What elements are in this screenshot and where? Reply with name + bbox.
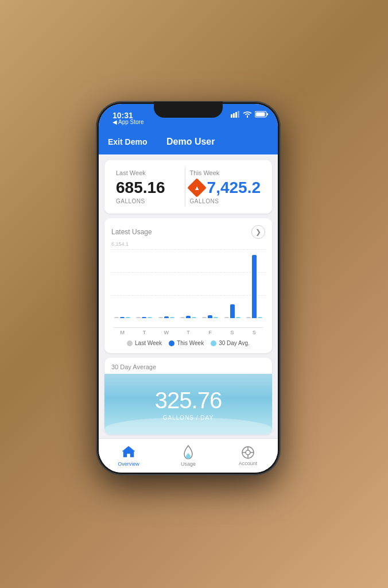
- legend-dot-avg: [211, 341, 216, 346]
- avg-card-label: 30 Day Average: [104, 358, 272, 374]
- this-week-value: 7,425.2: [207, 179, 261, 197]
- bar-last-w: [158, 317, 163, 318]
- x-label-t1: T: [135, 330, 153, 335]
- home-icon: [121, 445, 136, 458]
- status-back-nav[interactable]: ◀ App Store: [112, 119, 143, 125]
- svg-rect-2: [235, 112, 237, 118]
- back-arrow-icon: ◀: [112, 119, 117, 125]
- x-label-w: W: [158, 330, 175, 335]
- bar-avg-f: [214, 317, 218, 318]
- tab-account[interactable]: Account: [218, 446, 278, 466]
- last-week-panel: Last Week 685.16 GALLONS: [111, 167, 185, 207]
- chart-bars: [111, 249, 265, 318]
- x-label-s2: S: [246, 330, 263, 335]
- tab-usage[interactable]: Usage: [158, 445, 218, 467]
- bar-group-m: [114, 249, 131, 318]
- legend-this-week: This Week: [169, 340, 204, 346]
- avg-display: 325.76 GALLONS / DAY: [104, 374, 272, 435]
- x-label-m: M: [114, 330, 131, 335]
- bar-last-t2: [180, 317, 185, 318]
- nav-bar: Exit Demo Demo User: [99, 129, 278, 154]
- bar-group-s2: [246, 249, 263, 318]
- tab-bar: 1 Overview Usage: [99, 438, 278, 473]
- signal-icon: [231, 111, 240, 118]
- svg-rect-5: [267, 113, 268, 115]
- x-label-t2: T: [180, 330, 197, 335]
- bar-this-w: [164, 316, 169, 318]
- bar-group-f: [201, 249, 219, 318]
- thirty-day-avg-card: 30 Day Average 325.76 GALLONS / DAY: [104, 358, 272, 435]
- last-week-value: 685.16: [116, 179, 165, 197]
- last-week-unit: GALLONS: [116, 198, 180, 204]
- bar-avg-w: [170, 317, 174, 318]
- avg-value: 325.76: [111, 388, 265, 413]
- exit-demo-button[interactable]: Exit Demo: [108, 137, 147, 146]
- tab-account-label: Account: [239, 461, 258, 466]
- bar-group-t2: [180, 249, 197, 318]
- account-icon: [241, 446, 255, 459]
- avg-unit: GALLONS / DAY: [111, 415, 265, 421]
- legend-avg-label: 30 Day Avg.: [219, 340, 250, 346]
- bar-last-s1: [224, 317, 229, 318]
- chart-area: [111, 249, 265, 324]
- this-week-unit: GALLONS: [190, 198, 261, 204]
- bar-last-t1: [136, 317, 141, 318]
- tab-usage-label: Usage: [181, 461, 196, 467]
- bar-avg-s1: [236, 317, 240, 318]
- legend-avg: 30 Day Avg.: [211, 340, 250, 346]
- bar-avg-t2: [192, 317, 196, 318]
- bar-avg-t1: [148, 317, 152, 318]
- bar-this-s2: [252, 255, 257, 318]
- chart-y-label: 6,154.1: [111, 241, 265, 247]
- svg-rect-0: [231, 114, 232, 118]
- bar-this-m: [120, 317, 125, 318]
- usage-chart-card: Latest Usage ❯ 6,154.1: [104, 218, 272, 353]
- status-icons: [231, 111, 269, 118]
- legend-dot-last: [127, 341, 133, 346]
- bar-avg-s2: [258, 317, 262, 318]
- back-label: App Store: [118, 119, 143, 125]
- main-content: Last Week 685.16 GALLONS This Week ▲: [99, 154, 278, 438]
- svg-rect-6: [256, 113, 265, 117]
- wifi-icon: [243, 111, 252, 118]
- svg-rect-1: [233, 113, 235, 118]
- svg-rect-3: [238, 111, 239, 118]
- bar-last-s2: [246, 317, 251, 318]
- bar-last-f: [202, 317, 207, 318]
- bar-this-t2: [186, 316, 191, 318]
- last-week-label: Last Week: [116, 169, 180, 176]
- tab-overview-label: Overview: [118, 461, 139, 467]
- bar-group-s1: [223, 249, 240, 318]
- tab-overview[interactable]: 1 Overview: [99, 445, 158, 467]
- nav-title: Demo User: [166, 137, 215, 147]
- notch: [154, 102, 223, 118]
- bar-this-f: [208, 315, 212, 318]
- bar-this-t1: [142, 317, 146, 318]
- this-week-panel: This Week ▲ 7,425.2 GALLONS: [185, 167, 265, 207]
- legend-last-week: Last Week: [127, 340, 162, 346]
- legend-dot-this: [169, 341, 174, 346]
- chart-nav-icon: ❯: [255, 228, 261, 236]
- x-label-f: F: [201, 330, 219, 335]
- legend-last-label: Last Week: [135, 340, 162, 346]
- chart-nav-button[interactable]: ❯: [251, 225, 265, 239]
- battery-icon: [255, 111, 269, 118]
- bar-this-s1: [230, 304, 235, 318]
- alert-icon: ▲: [187, 178, 207, 198]
- bar-avg-m: [126, 317, 130, 318]
- usage-comparison-card: Last Week 685.16 GALLONS This Week ▲: [104, 160, 272, 214]
- bar-last-m: [114, 317, 119, 318]
- bar-group-t1: [135, 249, 153, 318]
- legend-this-label: This Week: [177, 340, 204, 346]
- chart-x-labels: M T W T F S S: [111, 328, 265, 335]
- this-week-label: This Week: [190, 169, 261, 176]
- chart-legend: Last Week This Week 30 Day Avg.: [111, 340, 265, 346]
- last-week-value-row: 685.16: [116, 179, 180, 197]
- chart-header: Latest Usage ❯: [111, 225, 265, 239]
- this-week-value-row: ▲ 7,425.2: [190, 179, 261, 197]
- chart-title: Latest Usage: [111, 228, 152, 236]
- bar-group-w: [158, 249, 175, 318]
- svg-point-8: [246, 450, 250, 455]
- x-label-s1: S: [223, 330, 240, 335]
- usage-icon: [182, 445, 195, 460]
